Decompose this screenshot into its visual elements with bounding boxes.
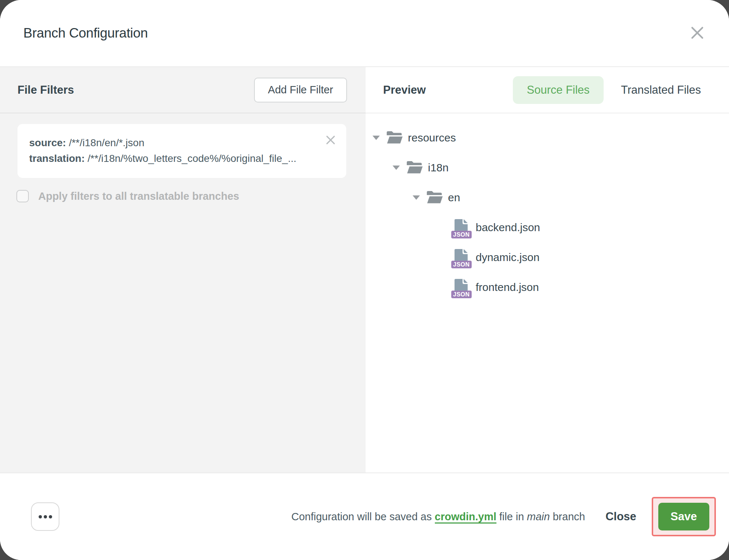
dialog-footer: Configuration will be saved as crowdin.y… [0, 472, 729, 560]
chevron-down-icon[interactable] [413, 195, 420, 200]
folder-open-icon [406, 160, 423, 175]
preview-panel: Preview Source Files Translated Files re… [366, 67, 729, 472]
tree-file-label: dynamic.json [476, 251, 539, 264]
json-format-badge: JSON [451, 291, 472, 298]
json-file-icon: JSON [454, 218, 468, 237]
tree-row-folder[interactable]: resources [366, 123, 729, 153]
dialog-title: Branch Configuration [23, 26, 148, 41]
dialog-close-button[interactable] [689, 25, 706, 42]
dialog-body: File Filters Add File Filter source: /**… [0, 67, 729, 472]
branch-configuration-dialog: Branch Configuration File Filters Add Fi… [0, 0, 729, 560]
preview-tabs: Source Files Translated Files [513, 76, 701, 104]
tree-file-label: frontend.json [476, 281, 539, 293]
file-filter-card: source: /**/i18n/en/*.json translation: … [17, 124, 346, 178]
filter-translation-label: translation: [29, 153, 85, 164]
remove-filter-button[interactable] [324, 134, 337, 147]
chevron-down-icon[interactable] [393, 166, 400, 170]
json-format-badge: JSON [451, 261, 472, 268]
apply-filters-checkbox[interactable] [16, 190, 29, 202]
close-icon [325, 134, 336, 147]
file-tree: resources i18n en [366, 113, 729, 302]
apply-filters-row: Apply filters to all translatable branch… [16, 190, 348, 202]
folder-open-icon [426, 190, 443, 205]
message-suffix: branch [550, 511, 585, 522]
save-button-highlight-annotation: Save [652, 497, 716, 536]
tree-row-file[interactable]: JSON backend.json [366, 213, 729, 242]
apply-filters-label: Apply filters to all translatable branch… [38, 190, 239, 202]
tree-row-folder[interactable]: i18n [366, 153, 729, 183]
filter-translation-line: translation: /**/i18n/%two_letters_code%… [29, 151, 321, 166]
save-button[interactable]: Save [658, 503, 709, 530]
tab-source-files[interactable]: Source Files [513, 76, 603, 104]
json-file-icon: JSON [454, 278, 468, 296]
branch-name: main [527, 511, 550, 522]
tree-row-file[interactable]: JSON dynamic.json [366, 242, 729, 272]
tree-folder-label: resources [408, 132, 456, 144]
tab-translated-files[interactable]: Translated Files [621, 83, 701, 97]
filter-translation-value: /**/i18n/%two_letters_code%/%original_fi… [85, 153, 296, 164]
json-format-badge: JSON [451, 231, 472, 238]
filter-source-value: /**/i18n/en/*.json [66, 137, 144, 148]
chevron-down-icon[interactable] [373, 136, 380, 140]
file-filters-heading: File Filters [17, 83, 74, 97]
add-file-filter-button[interactable]: Add File Filter [254, 78, 347, 102]
close-icon [690, 25, 705, 42]
dialog-header: Branch Configuration [0, 0, 729, 67]
save-location-message: Configuration will be saved as crowdin.y… [291, 511, 585, 523]
message-prefix: Configuration will be saved as [291, 511, 434, 522]
filter-source-label: source: [29, 137, 66, 148]
json-file-icon: JSON [454, 248, 468, 267]
file-filters-header: File Filters Add File Filter [0, 67, 366, 113]
filter-source-line: source: /**/i18n/en/*.json [29, 135, 321, 151]
ellipsis-icon [39, 515, 52, 518]
message-middle: file in [496, 511, 527, 522]
preview-heading: Preview [383, 83, 426, 97]
tree-folder-label: i18n [428, 162, 449, 174]
more-options-button[interactable] [31, 502, 59, 531]
tree-folder-label: en [448, 191, 460, 204]
file-filters-panel: File Filters Add File Filter source: /**… [0, 67, 366, 472]
folder-open-icon [386, 130, 403, 145]
tree-row-folder[interactable]: en [366, 183, 729, 213]
close-button[interactable]: Close [605, 510, 636, 523]
tree-row-file[interactable]: JSON frontend.json [366, 272, 729, 302]
preview-header: Preview Source Files Translated Files [366, 67, 729, 113]
crowdin-yml-link[interactable]: crowdin.yml [435, 511, 496, 524]
tree-file-label: backend.json [476, 221, 540, 234]
